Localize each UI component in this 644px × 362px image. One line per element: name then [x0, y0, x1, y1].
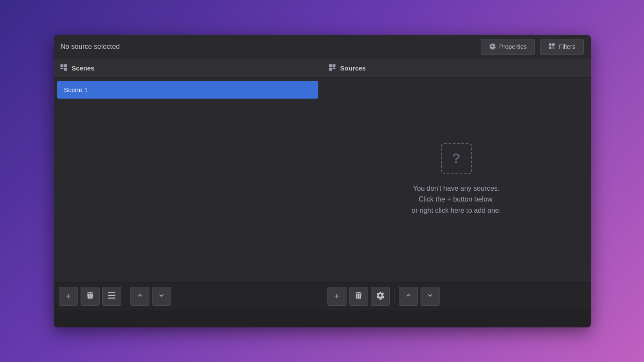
chevron-up-icon [404, 291, 413, 301]
chevron-down-icon [157, 291, 166, 301]
main-content: Scenes Scene 1 + [54, 59, 591, 310]
sources-panel-title: Sources [340, 64, 366, 72]
sources-settings-button[interactable] [371, 287, 390, 306]
sources-empty-area[interactable]: ? You don't have any sources. Click the … [322, 77, 591, 282]
svg-rect-8 [108, 292, 115, 293]
scene-item[interactable]: Scene 1 [57, 81, 318, 99]
svg-rect-7 [64, 67, 67, 70]
scenes-panel-title: Scenes [72, 64, 95, 72]
svg-rect-13 [329, 67, 332, 70]
svg-rect-11 [329, 64, 332, 67]
svg-rect-9 [108, 295, 115, 296]
svg-rect-4 [60, 64, 63, 67]
plus-icon: + [334, 292, 340, 301]
app-window: No source selected Properties Filters [54, 35, 591, 327]
scenes-up-button[interactable] [130, 287, 149, 306]
footer-area [54, 310, 591, 327]
scenes-panel-header: Scenes [54, 59, 322, 77]
grid-icon [107, 291, 116, 301]
scenes-toolbar: + [54, 282, 322, 310]
filters-label: Filters [559, 43, 575, 50]
sources-delete-button[interactable] [349, 287, 368, 306]
svg-rect-12 [332, 64, 335, 67]
gear-icon [376, 291, 385, 301]
question-icon: ? [441, 143, 472, 174]
scenes-panel: Scenes Scene 1 + [54, 59, 322, 310]
svg-rect-14 [332, 67, 335, 69]
svg-rect-3 [552, 46, 555, 49]
trash-icon [86, 291, 94, 301]
scenes-add-button[interactable]: + [59, 287, 78, 306]
svg-rect-1 [552, 43, 555, 46]
svg-rect-2 [549, 46, 552, 49]
gear-icon [489, 43, 496, 51]
properties-button[interactable]: Properties [481, 39, 535, 55]
svg-rect-10 [108, 298, 115, 299]
chevron-down-icon [426, 291, 434, 301]
no-source-label: No source selected [61, 43, 476, 51]
scenes-toolbar-divider [126, 289, 126, 303]
filters-button[interactable]: Filters [540, 39, 583, 55]
scenes-list: Scene 1 [54, 77, 322, 282]
scenes-filter-button[interactable] [102, 287, 121, 306]
chevron-up-icon [136, 291, 144, 301]
sources-down-button[interactable] [421, 287, 440, 306]
sources-icon [328, 64, 336, 73]
svg-rect-6 [60, 67, 63, 69]
filter-icon [548, 43, 555, 51]
scenes-down-button[interactable] [152, 287, 171, 306]
sources-panel[interactable]: Sources ? You don't have any sources. Cl… [322, 59, 591, 310]
svg-rect-5 [64, 64, 67, 67]
svg-rect-0 [549, 43, 552, 46]
sources-toolbar: + [322, 282, 591, 310]
scenes-delete-button[interactable] [81, 287, 100, 306]
trash-icon [354, 291, 363, 301]
sources-empty-text: You don't have any sources. Click the + … [411, 183, 501, 216]
sources-add-button[interactable]: + [327, 287, 346, 306]
properties-label: Properties [499, 43, 527, 50]
header-bar: No source selected Properties Filters [54, 35, 591, 59]
scenes-icon [60, 64, 68, 73]
sources-toolbar-divider [394, 289, 395, 303]
sources-panel-header: Sources [322, 59, 591, 77]
plus-icon: + [66, 292, 71, 301]
sources-up-button[interactable] [399, 287, 418, 306]
